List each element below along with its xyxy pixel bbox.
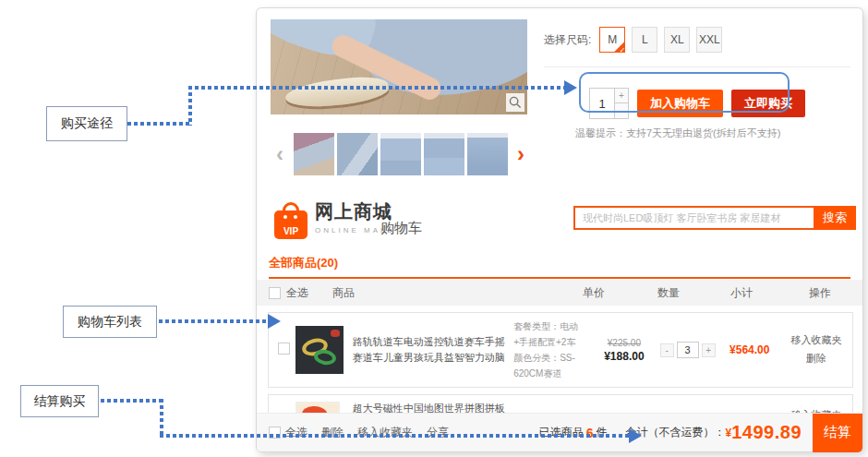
quantity-increase-button[interactable]: +: [615, 89, 628, 103]
purchase-controls: 1 + - 加入购物车 立即购买: [589, 88, 805, 119]
annotation-arrow-segment: [160, 399, 163, 438]
page-title-cart: 购物车: [380, 220, 422, 237]
mall-header: VIP 网上商城 ONLINE MALL 购物车 搜索: [257, 191, 862, 250]
product-thumbnail[interactable]: [380, 133, 421, 175]
product-main-image[interactable]: [271, 19, 527, 114]
size-option-xl[interactable]: XL: [664, 27, 690, 53]
item-subtotal: ¥564.00: [719, 343, 780, 356]
warm-tip-text: 温馨提示：支持7天无理由退货(拆封后不支持): [575, 126, 780, 140]
annotation-arrowhead: [629, 428, 642, 443]
footer-move-favorites-link[interactable]: 移入收藏夹: [357, 425, 413, 440]
delete-link[interactable]: 删除: [780, 350, 852, 368]
product-detail-section: ‹ › 选择尺码: M ✓ L XL: [257, 8, 862, 187]
footer-delete-link[interactable]: 删除: [321, 425, 344, 440]
zoom-icon[interactable]: [506, 93, 524, 112]
selected-count-suffix: 件: [597, 425, 608, 440]
annotation-label-purchase-path: 购买途径: [46, 106, 127, 141]
move-to-favorites-link[interactable]: 移入收藏夹: [780, 331, 852, 350]
shopping-bag-icon: VIP: [274, 210, 307, 239]
total-amount: 1499.89: [731, 422, 802, 443]
annotation-arrowhead: [564, 80, 577, 95]
cart-section-title: 全部商品(20): [269, 250, 850, 279]
item-checkbox[interactable]: [278, 343, 290, 355]
decrease-button[interactable]: -: [660, 343, 674, 357]
quantity-value[interactable]: 3: [677, 342, 699, 358]
cart-section: 全部商品(20) 全选 商品 单价 数量 小计 操作 路轨轨道车电动: [257, 250, 862, 451]
item-quantity-stepper: - 3 +: [657, 342, 719, 358]
quantity-decrease-button[interactable]: -: [615, 103, 628, 118]
purchase-options-column: 选择尺码: M ✓ L XL XXL 1 + -: [544, 27, 852, 67]
search-button[interactable]: 搜索: [814, 206, 856, 230]
buy-now-button[interactable]: 立即购买: [731, 90, 805, 117]
annotation-arrow-segment: [188, 86, 192, 126]
vip-logo-text: VIP: [274, 226, 307, 236]
thumbnails-prev-arrow[interactable]: ‹: [276, 143, 283, 165]
annotation-arrow-segment: [101, 399, 163, 403]
size-option-label: M: [608, 33, 617, 46]
search-bar: 搜索: [573, 206, 856, 230]
product-gallery: ‹ ›: [271, 19, 548, 114]
item-unit-price: ¥225.00 ¥188.00: [592, 338, 657, 363]
annotation-arrowhead: [268, 314, 281, 329]
select-all-checkbox[interactable]: [269, 287, 281, 299]
size-option-m[interactable]: M ✓: [599, 27, 625, 53]
annotation-arrow-segment: [160, 434, 630, 438]
annotated-screenshot: 购买途径 购物车列表 结算购买: [0, 0, 868, 457]
item-original-price: ¥225.00: [592, 338, 657, 348]
size-selector: 选择尺码: M ✓ L XL XXL: [544, 27, 852, 53]
annotation-label-cart-list: 购物车列表: [63, 306, 157, 338]
selected-count-prefix: 已选商品: [539, 425, 584, 440]
product-image-race-track[interactable]: [295, 326, 344, 374]
item-spec: 套餐类型：电动+手摇配置+2车 颜色分类：SS-620CM赛道: [513, 319, 592, 381]
product-thumbnail[interactable]: [467, 133, 508, 175]
divider: [544, 66, 850, 67]
quantity-stepper: 1 + -: [589, 88, 629, 119]
cart-footer-bar: 全选 删除 移入收藏夹 分享 已选商品 6 件 合计（不含运费）： ¥ 1499…: [257, 413, 862, 451]
mall-logo[interactable]: VIP: [274, 197, 307, 239]
column-action: 操作: [778, 285, 862, 301]
column-subtotal: 小计: [705, 285, 778, 301]
product-thumbnail[interactable]: [337, 133, 378, 175]
quantity-input[interactable]: 1: [590, 89, 614, 118]
select-all-label: 全选: [286, 285, 308, 301]
footer-select-all-label[interactable]: 全选: [285, 425, 307, 440]
item-current-price: ¥188.00: [592, 350, 657, 363]
product-thumbnail[interactable]: [424, 133, 464, 175]
product-thumbnail[interactable]: [294, 133, 334, 175]
size-option-l[interactable]: L: [632, 27, 657, 53]
increase-button[interactable]: +: [702, 343, 716, 357]
annotation-arrow-segment: [127, 122, 192, 126]
size-label: 选择尺码:: [544, 32, 591, 48]
column-quantity: 数量: [632, 285, 705, 301]
annotation-label-checkout-purchase: 结算购买: [20, 385, 99, 417]
size-option-xxl[interactable]: XXL: [696, 27, 722, 53]
shop-page-panel: ‹ › 选择尺码: M ✓ L XL: [256, 7, 863, 452]
selected-count: 6: [586, 426, 594, 440]
column-unit-price: 单价: [556, 285, 632, 301]
annotation-arrow-segment: [188, 86, 565, 90]
footer-share-link[interactable]: 分享: [427, 425, 449, 440]
annotation-arrow-segment: [159, 319, 270, 323]
thumbnail-strip: ‹ ›: [271, 129, 548, 179]
column-product: 商品: [332, 285, 355, 301]
checkout-button[interactable]: 结算: [813, 414, 862, 452]
add-to-cart-button[interactable]: 加入购物车: [637, 90, 723, 117]
cart-table-header: 全选 商品 单价 数量 小计 操作: [257, 280, 862, 306]
thumbnails-next-arrow[interactable]: ›: [517, 143, 524, 165]
currency-symbol: ¥: [726, 427, 732, 439]
cart-row: 路轨轨道车电动遥控轨道赛车手摇赛道车儿童男孩玩具益智智力动脑 套餐类型：电动+手…: [268, 312, 853, 388]
item-title[interactable]: 路轨轨道车电动遥控轨道赛车手摇赛道车儿童男孩玩具益智智力动脑: [353, 334, 506, 366]
